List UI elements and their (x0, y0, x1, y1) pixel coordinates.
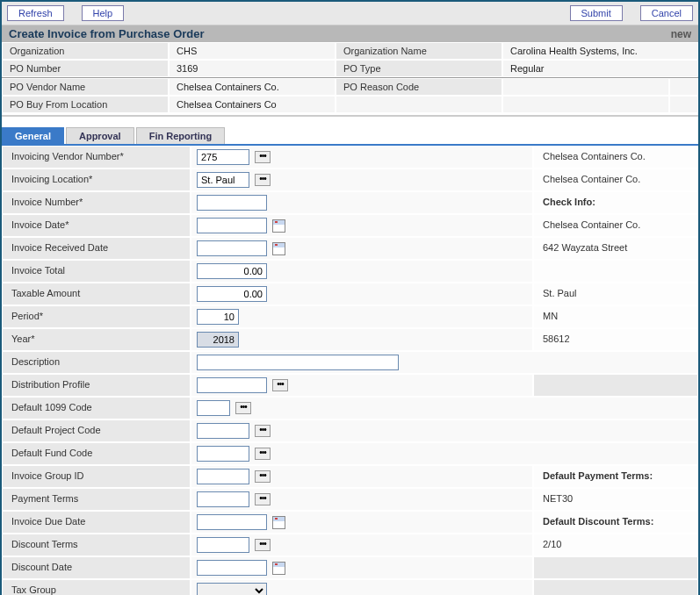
inv-due-label: Invoice Due Date (2, 511, 191, 534)
inv-date-input[interactable] (197, 218, 267, 233)
submit-button[interactable]: Submit (570, 5, 623, 21)
toolbar: Refresh Help Submit Cancel (2, 2, 698, 25)
def-fund-label: Default Fund Code (2, 442, 191, 465)
default-payment-terms-heading: Default Payment Terms: (533, 465, 698, 488)
inv-loc-lookup-icon[interactable]: ••• (255, 174, 271, 186)
po-vendor-label: PO Vendor Name (2, 78, 169, 96)
record-status: new (671, 28, 691, 40)
desc-input[interactable] (197, 355, 399, 370)
disc-terms-input[interactable] (197, 537, 249, 553)
inv-grp-input[interactable] (197, 469, 249, 484)
inv-due-calendar-icon[interactable] (272, 516, 285, 529)
inv-grp-lookup-icon[interactable]: ••• (255, 470, 271, 483)
def-fund-lookup-icon[interactable]: ••• (255, 448, 271, 460)
po-buyfrom-value: Chelsea Containers Co (169, 96, 336, 113)
disc-terms-label: Discount Terms (2, 534, 191, 556)
inv-due-input[interactable] (197, 514, 267, 530)
tab-fin-reporting[interactable]: Fin Reporting (136, 127, 226, 144)
inv-vendor-num-side: Chelsea Containers Co. (533, 146, 698, 168)
check-info-street: 642 Wayzata Street (533, 237, 698, 260)
po-buyfrom-label: PO Buy From Location (2, 96, 169, 113)
page-title: Create Invoice from Purchase Order (9, 27, 205, 40)
po-number-value: 3169 (169, 60, 336, 77)
check-info-city: St. Paul (533, 283, 698, 305)
tax-amt-label: Taxable Amount (2, 283, 191, 305)
po-reason-label: PO Reason Code (336, 78, 502, 96)
inv-grp-label: Invoice Group ID (2, 465, 191, 488)
check-info-heading: Check Info: (533, 191, 698, 214)
po-info-grid-2: PO Vendor Name Chelsea Containers Co. PO… (2, 78, 698, 113)
inv-date-label: Invoice Date* (2, 214, 191, 237)
inv-num-label: Invoice Number* (2, 191, 191, 214)
po-type-value: Regular (502, 60, 698, 77)
org-value: CHS (169, 42, 336, 60)
po-vendor-value: Chelsea Containers Co. (169, 78, 336, 96)
pay-terms-label: Payment Terms (2, 488, 191, 511)
tab-approval[interactable]: Approval (66, 127, 134, 144)
def-1099-lookup-icon[interactable]: ••• (235, 402, 251, 414)
period-label: Period* (2, 305, 191, 328)
check-info-zip: 58612 (533, 328, 698, 351)
refresh-button[interactable]: Refresh (7, 5, 64, 21)
org-label: Organization (2, 42, 169, 60)
inv-recv-calendar-icon[interactable] (272, 242, 285, 255)
year-label: Year* (2, 328, 191, 351)
form-area: Invoicing Vendor Number* ••• Chelsea Con… (2, 146, 698, 595)
po-number-label: PO Number (2, 60, 169, 77)
cancel-button[interactable]: Cancel (640, 5, 693, 21)
po-info-grid: Organization CHS Organization Name Carol… (2, 42, 698, 78)
desc-label: Description (2, 351, 191, 374)
def-1099-label: Default 1099 Code (2, 397, 191, 419)
disc-date-label: Discount Date (2, 556, 191, 579)
tab-general[interactable]: General (2, 127, 64, 144)
disc-date-input[interactable] (197, 560, 267, 576)
disc-date-calendar-icon[interactable] (272, 562, 285, 575)
default-discount-terms-value: 2/10 (533, 534, 698, 556)
inv-vendor-num-lookup-icon[interactable]: ••• (255, 151, 271, 163)
def-proj-input[interactable] (197, 423, 249, 439)
org-name-value: Carolina Health Systems, Inc. (502, 42, 698, 60)
po-type-label: PO Type (336, 60, 502, 77)
default-discount-terms-heading: Default Discount Terms: (533, 511, 698, 534)
inv-loc-side: Chelsea Container Co. (533, 168, 698, 191)
inv-total-input[interactable] (197, 263, 267, 279)
inv-vendor-num-input[interactable] (197, 149, 249, 165)
dist-prof-label: Distribution Profile (2, 374, 191, 397)
inv-vendor-num-label: Invoicing Vendor Number* (2, 146, 191, 168)
pay-terms-input[interactable] (197, 491, 249, 507)
pay-terms-lookup-icon[interactable]: ••• (255, 493, 271, 505)
inv-date-calendar-icon[interactable] (272, 219, 285, 233)
tax-grp-select[interactable] (197, 583, 267, 595)
inv-total-label: Invoice Total (2, 260, 191, 283)
inv-loc-input[interactable] (197, 172, 249, 188)
inv-recv-input[interactable] (197, 240, 267, 256)
check-info-name: Chelsea Container Co. (533, 214, 698, 237)
dist-prof-input[interactable] (197, 377, 267, 393)
disc-terms-lookup-icon[interactable]: ••• (255, 539, 271, 551)
inv-num-input[interactable] (197, 195, 267, 211)
inv-loc-label: Invoicing Location* (2, 168, 191, 191)
check-info-state: MN (533, 305, 698, 328)
year-input[interactable] (197, 332, 239, 348)
tabs: General Approval Fin Reporting (2, 127, 698, 146)
check-info-blank (533, 260, 698, 283)
def-proj-label: Default Project Code (2, 419, 191, 442)
help-button[interactable]: Help (82, 5, 125, 21)
period-input[interactable] (197, 309, 239, 325)
def-proj-lookup-icon[interactable]: ••• (255, 425, 271, 437)
inv-recv-label: Invoice Received Date (2, 237, 191, 260)
def-fund-input[interactable] (197, 446, 249, 462)
page-header: Create Invoice from Purchase Order new (2, 25, 698, 42)
tax-grp-label: Tax Group (2, 579, 191, 595)
dist-prof-lookup-icon[interactable]: ••• (272, 379, 288, 391)
po-reason-value (502, 78, 669, 96)
org-name-label: Organization Name (336, 42, 502, 60)
default-payment-terms-value: NET30 (533, 488, 698, 511)
tax-amt-input[interactable] (197, 286, 267, 302)
def-1099-input[interactable] (197, 400, 230, 416)
